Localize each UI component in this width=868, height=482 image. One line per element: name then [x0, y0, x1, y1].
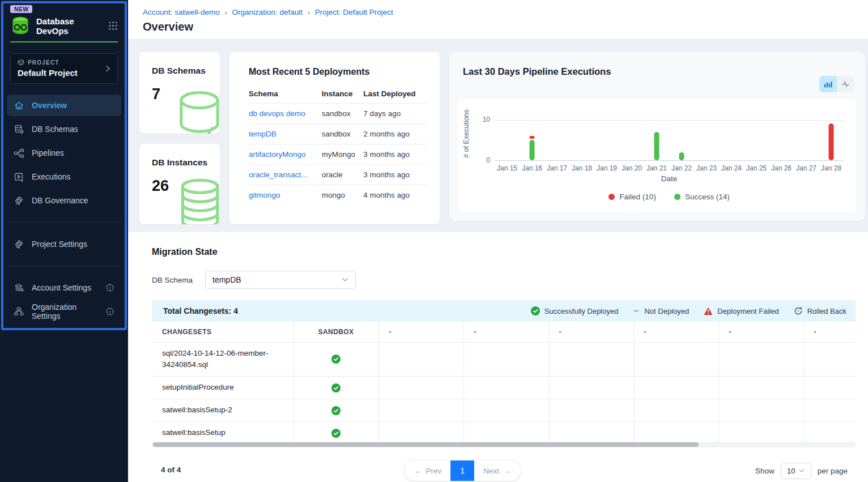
db-schema-select[interactable]: tempDB [205, 271, 356, 289]
last-deployed-cell: 3 months ago [363, 144, 428, 165]
schema-link[interactable]: gitmongo [249, 191, 280, 199]
gear-icon [14, 239, 24, 250]
legend-dot [674, 194, 680, 200]
dash-icon [633, 308, 640, 314]
status-legend-item-successfully-deployed: Successfully Deployed [531, 306, 619, 315]
sidebar-item-label: Pipelines [32, 148, 64, 157]
pipeline-executions-card: Last 30 Days Pipeline Executions [449, 52, 865, 221]
schema-link[interactable]: db devops demo [249, 109, 305, 118]
prev-page-button[interactable]: ← Prev [405, 460, 450, 481]
horizontal-scrollbar-track[interactable] [152, 442, 856, 447]
sidebar-item-label: DB Schemas [32, 125, 78, 134]
changesets-table-viewport: CHANGESETSSANDBOX------ sql/2024-10-14-1… [152, 322, 856, 445]
sidebar-item-db-schemas[interactable]: DB Schemas [7, 118, 121, 140]
migration-title: Migration State [152, 247, 218, 257]
sidebar: NEW Database DevOps [0, 0, 128, 482]
changesets-column-header: CHANGESETS [152, 322, 293, 342]
bar-chart-toggle[interactable] [819, 76, 837, 92]
legend-dot [609, 194, 615, 200]
current-page-button[interactable]: 1 [450, 460, 474, 481]
sidebar-item-db-governance[interactable]: DB Governance [7, 190, 121, 211]
stat-value: 7 [152, 86, 220, 103]
schema-link[interactable]: oracle_transact... [249, 170, 308, 179]
changesets-column-header: - [463, 322, 548, 342]
x-tick-label: Jan 17 [544, 164, 569, 172]
db-schema-label: DB Schema [152, 276, 193, 284]
schema-link[interactable]: artifactoryMongo [249, 150, 306, 159]
sidebar-item-project-settings[interactable]: Project Settings [7, 233, 121, 255]
y-tick-label: 10 [483, 116, 490, 123]
empty-status-cell [378, 342, 463, 377]
y-axis-ticks: 010 [480, 106, 495, 161]
x-tick-label: Jan 20 [619, 164, 644, 172]
info-icon[interactable] [105, 283, 114, 292]
breadcrumb-link[interactable]: Organization: default [232, 8, 303, 16]
changeset-name-cell: sql/2024-10-14-12-06-member-34240854.sql [152, 342, 293, 377]
page-header: Account: satwell-demo›Organization: defa… [128, 0, 868, 40]
stat-title: DB Instances [152, 157, 220, 168]
sidebar-item-overview[interactable]: Overview [7, 95, 121, 116]
x-tick-label: Jan 22 [669, 164, 694, 172]
main-area: Account: satwell-demo›Organization: defa… [128, 0, 868, 482]
stat-value: 26 [152, 177, 220, 195]
breadcrumb-link[interactable]: Account: satwell-demo [143, 8, 220, 16]
sidebar-highlight-border: NEW Database DevOps [1, 1, 127, 330]
apps-grid-icon[interactable] [108, 21, 118, 31]
pagination-range: 4 of 4 [161, 466, 181, 474]
changeset-name-cell: satwell:basisSetup [152, 422, 293, 445]
empty-status-cell [378, 422, 463, 445]
db-instances-card: DB Instances 26 [139, 144, 220, 224]
x-tick-label: Jan 19 [594, 164, 619, 172]
sidebar-item-organization-settings[interactable]: Organization Settings [7, 301, 121, 322]
horizontal-scrollbar-thumb[interactable] [153, 442, 699, 447]
instance-cell: myMongo [322, 144, 364, 165]
legend-item-success[interactable]: Success (14) [674, 193, 730, 201]
sidebar-divider [8, 266, 120, 266]
last-deployed-cell: 3 months ago [363, 165, 428, 185]
status-legend-label: Not Deployed [644, 307, 689, 315]
sandbox-status-cell [293, 422, 378, 445]
x-tick-label: Jan 15 [495, 164, 520, 172]
empty-status-cell [378, 399, 463, 422]
next-page-button[interactable]: Next → [474, 460, 520, 481]
empty-status-cell [378, 377, 463, 399]
sidebar-item-account-settings[interactable]: Account Settings [7, 277, 121, 298]
sidebar-item-label: Account Settings [32, 283, 91, 292]
empty-status-cell [463, 377, 548, 399]
info-icon[interactable] [105, 307, 114, 316]
page-size-select[interactable]: 10 [781, 463, 811, 479]
x-tick-label: Jan 28 [819, 164, 844, 172]
project-selector[interactable]: PROJECT Default Project [10, 53, 118, 84]
last-deployed-cell: 7 days ago [363, 104, 428, 124]
x-axis-labels: Jan 15Jan 16Jan 17Jan 18Jan 19Jan 20Jan … [495, 161, 844, 172]
sandbox-status-cell [293, 399, 378, 422]
db-schema-value: tempDB [212, 275, 241, 284]
chart-type-toggles [819, 76, 854, 92]
last-deployed-cell: 4 months ago [363, 185, 428, 206]
project-name: Default Project [18, 68, 110, 78]
changesets-table: CHANGESETSSANDBOX------ sql/2024-10-14-1… [152, 322, 856, 445]
app-title: Database DevOps [36, 16, 108, 36]
line-chart-toggle[interactable] [837, 76, 854, 92]
sidebar-item-executions[interactable]: Executions [7, 166, 121, 187]
sidebar-item-label: Executions [32, 172, 70, 181]
sidebar-item-pipelines[interactable]: Pipelines [7, 142, 121, 164]
schema-link[interactable]: tempDB [249, 130, 276, 138]
home-icon [14, 100, 24, 111]
migration-state-panel: Migration State DB Schema tempDB Total C… [128, 232, 868, 482]
stat-title: DB Schemas [152, 66, 220, 76]
empty-status-cell [718, 399, 803, 422]
legend-item-failed[interactable]: Failed (10) [609, 193, 656, 201]
check-circle-icon [304, 406, 368, 415]
instance-cell: sandbox [322, 104, 364, 124]
line-chart-icon [841, 80, 850, 88]
header-divider [10, 41, 118, 42]
layers-gear-icon [14, 283, 24, 293]
changesets-column-header: - [718, 322, 803, 342]
sandbox-status-cell [293, 377, 378, 399]
breadcrumb-link[interactable]: Project: Default Project [315, 8, 393, 16]
changesets-section: Total Changesets: 4 Successfully Deploye… [152, 300, 856, 445]
check-circle-icon [304, 383, 368, 393]
changesets-header-band: Total Changesets: 4 Successfully Deploye… [152, 300, 856, 322]
pipeline-icon [14, 148, 24, 159]
